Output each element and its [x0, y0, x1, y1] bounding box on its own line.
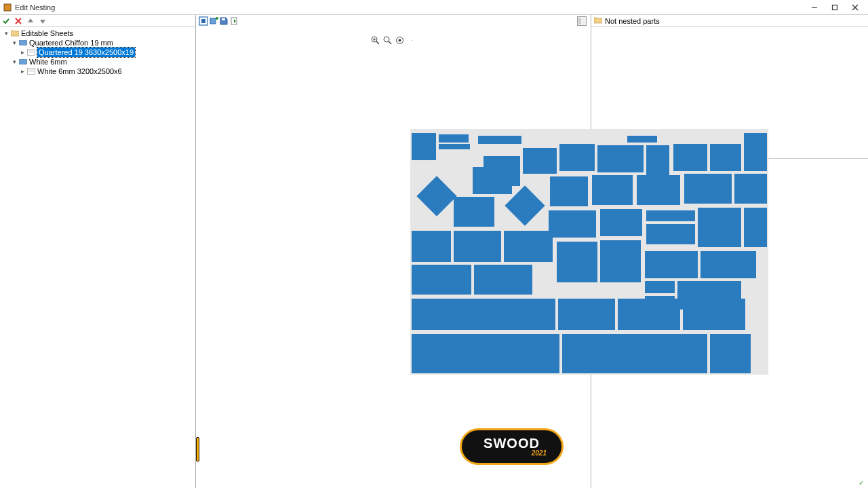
tree-material-2[interactable]: ▾ White 6mm: [1, 57, 194, 67]
material-icon: [19, 58, 27, 66]
up-arrow-icon[interactable]: [26, 16, 35, 26]
nested-part[interactable]: [412, 299, 555, 330]
nested-part[interactable]: [646, 210, 695, 221]
nested-part[interactable]: [474, 265, 532, 295]
tree-root[interactable]: ▾ Editable Sheets: [1, 29, 194, 38]
main-layout: ▾ Editable Sheets ▾ Quartered Chiffon 19…: [0, 15, 868, 488]
nested-part[interactable]: [710, 334, 751, 373]
nested-part[interactable]: [416, 176, 456, 216]
material-icon: [19, 39, 27, 47]
nested-part[interactable]: [550, 176, 588, 206]
nested-part[interactable]: [592, 175, 633, 205]
sheet-icon: [27, 67, 35, 75]
svg-rect-18: [201, 19, 205, 23]
nested-part[interactable]: [597, 145, 644, 172]
logo-brand: SWOOD: [484, 436, 540, 450]
nested-part[interactable]: [412, 334, 559, 373]
nested-part[interactable]: [744, 133, 767, 171]
tree-material-1[interactable]: ▾ Quartered Chiffon 19 mm: [1, 38, 194, 48]
nested-part[interactable]: [744, 208, 767, 247]
nested-part[interactable]: [454, 197, 494, 227]
nested-part[interactable]: [645, 281, 675, 293]
svg-rect-9: [20, 41, 27, 45]
nested-part[interactable]: [562, 334, 707, 373]
folder-icon: [594, 17, 602, 25]
nested-part[interactable]: [637, 175, 680, 205]
svg-point-34: [398, 39, 401, 41]
window-title: Edit Nesting: [15, 3, 804, 12]
nested-part[interactable]: [698, 208, 741, 247]
status-check-icon: ✓: [859, 479, 864, 487]
nested-part[interactable]: [549, 210, 596, 238]
nested-part[interactable]: [439, 134, 469, 143]
nested-part[interactable]: [673, 144, 707, 171]
nested-part[interactable]: [683, 299, 745, 330]
nested-part[interactable]: [646, 224, 695, 244]
svg-marker-8: [40, 20, 45, 24]
swood-logo: SWOOD 2021: [460, 428, 564, 465]
fit-view-icon[interactable]: [199, 16, 208, 26]
viewport[interactable]: · SWOOD 2021: [196, 15, 591, 488]
nested-part[interactable]: [600, 240, 641, 282]
window-controls: [804, 1, 865, 14]
nested-part[interactable]: [559, 144, 595, 171]
highlight-bar: [196, 437, 199, 462]
nested-part[interactable]: [627, 136, 657, 143]
add-sheet-icon[interactable]: [209, 16, 218, 26]
titlebar: Edit Nesting: [0, 0, 868, 15]
maximize-button[interactable]: [825, 1, 845, 14]
nested-part[interactable]: [439, 144, 470, 149]
nested-part[interactable]: [412, 133, 436, 160]
tree-sheet-2-label: White 6mm 3200x2500x6: [37, 67, 122, 76]
pan-icon[interactable]: [395, 35, 404, 45]
logo-year: 2021: [532, 449, 547, 457]
svg-rect-2: [833, 5, 837, 10]
tree-panel: ▾ Editable Sheets ▾ Quartered Chiffon 19…: [0, 15, 196, 488]
tree-material-1-label: Quartered Chiffon 19 mm: [29, 38, 113, 48]
svg-line-32: [389, 41, 391, 44]
svg-point-31: [384, 37, 389, 42]
zoom-fit-icon[interactable]: [382, 35, 392, 45]
svg-line-28: [376, 41, 379, 44]
expander-icon[interactable]: ▸: [19, 68, 26, 75]
folder-icon: [11, 29, 19, 37]
nested-part[interactable]: [557, 242, 597, 282]
tree-sheet-1-label: Quartered 19 3630x2500x19: [37, 48, 135, 57]
expander-icon[interactable]: ▾: [11, 39, 18, 46]
more-icon[interactable]: ·: [407, 35, 416, 45]
nested-part[interactable]: [701, 251, 756, 278]
nested-part[interactable]: [734, 174, 767, 204]
nested-part[interactable]: [684, 174, 732, 204]
tree-content[interactable]: ▾ Editable Sheets ▾ Quartered Chiffon 19…: [0, 27, 195, 488]
minimize-button[interactable]: [804, 1, 825, 14]
save-icon[interactable]: [219, 16, 229, 26]
tree-sheet-2[interactable]: ▸ White 6mm 3200x2500x6: [1, 67, 194, 76]
nested-part[interactable]: [600, 209, 642, 236]
down-arrow-icon[interactable]: [38, 16, 47, 26]
expander-icon[interactable]: ▾: [3, 30, 9, 37]
accept-icon[interactable]: [1, 16, 11, 26]
nested-part[interactable]: [558, 299, 615, 330]
nested-part[interactable]: [710, 144, 741, 171]
expander-icon[interactable]: ▸: [19, 49, 26, 56]
zoom-in-icon[interactable]: [370, 35, 380, 45]
nested-part[interactable]: [412, 265, 471, 295]
svg-rect-25: [578, 18, 581, 24]
panel-toggle-icon[interactable]: [577, 16, 587, 26]
tree-sheet-1[interactable]: ▸ Quartered 19 3630x2500x19: [1, 48, 194, 57]
nested-part[interactable]: [478, 136, 521, 144]
nested-part[interactable]: [645, 251, 698, 278]
cancel-icon[interactable]: [14, 16, 23, 26]
close-button[interactable]: [845, 1, 865, 14]
nested-part[interactable]: [473, 167, 512, 194]
svg-rect-26: [582, 18, 585, 24]
nested-part[interactable]: [454, 231, 501, 262]
viewport-toolbar: [199, 16, 239, 26]
nested-part[interactable]: [618, 299, 680, 330]
nested-part[interactable]: [504, 231, 553, 262]
expander-icon[interactable]: ▾: [11, 58, 18, 65]
nesting-sheet[interactable]: [410, 129, 768, 375]
nested-part[interactable]: [523, 148, 557, 174]
nested-part[interactable]: [412, 231, 451, 262]
export-icon[interactable]: [229, 16, 239, 26]
